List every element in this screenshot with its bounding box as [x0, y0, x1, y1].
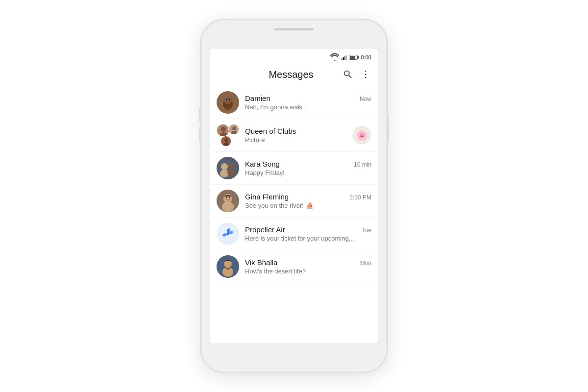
header-icons: [342, 69, 371, 80]
kara-avatar-svg: [217, 157, 239, 179]
svg-point-38: [227, 233, 229, 235]
svg-point-19: [232, 126, 236, 130]
power-button[interactable]: [387, 118, 389, 142]
name-row: Damien Now: [245, 94, 371, 102]
svg-text:🌸: 🌸: [356, 129, 368, 141]
name-row: Vik Bhalla Mon: [245, 258, 371, 267]
status-time: 8:00: [361, 54, 371, 60]
svg-point-31: [227, 169, 235, 176]
svg-point-22: [224, 138, 228, 142]
contact-name: Damien: [245, 94, 270, 102]
avatar: [217, 91, 239, 114]
contact-name: Gina Fleming: [245, 193, 289, 201]
vik-avatar-svg: [217, 255, 239, 278]
message-time: 3:30 PM: [349, 194, 371, 201]
svg-point-28: [221, 163, 228, 170]
svg-point-4: [365, 71, 367, 72]
wifi-icon: [329, 52, 340, 63]
conversation-content: Damien Now Nah, I'm gonna walk: [245, 94, 371, 111]
svg-point-9: [224, 96, 232, 104]
sticker-thumbnail: 🌸: [352, 125, 371, 145]
message-time: 10 min: [354, 161, 371, 168]
name-row: Kara Song 10 min: [245, 160, 371, 168]
name-row: Queen of Clubs: [245, 127, 346, 135]
contact-name: Queen of Clubs: [245, 127, 296, 135]
conversation-item[interactable]: Queen of Clubs Picture 🌸: [210, 119, 378, 152]
conversation-item[interactable]: Damien Now Nah, I'm gonna walk: [210, 86, 378, 119]
conversation-content: Kara Song 10 min Happy Friday!: [245, 160, 371, 176]
svg-rect-0: [342, 58, 343, 60]
message-preview: See you on the river! ⛵: [245, 202, 371, 209]
svg-point-16: [221, 127, 226, 132]
svg-point-30: [228, 163, 234, 169]
avatar: [217, 255, 239, 278]
conversation-list: Damien Now Nah, I'm gonna walk: [210, 86, 378, 343]
contact-name: Kara Song: [245, 160, 280, 168]
message-time: Mon: [360, 260, 371, 267]
conversation-item[interactable]: Vik Bhalla Mon How's the desert life?: [210, 250, 378, 283]
propeller-air-avatar: [217, 222, 239, 245]
conversation-item[interactable]: Propeller Air Tue Here is your ticket fo…: [210, 218, 378, 250]
svg-rect-27: [217, 157, 239, 179]
svg-point-10: [226, 98, 227, 100]
svg-point-35: [226, 196, 227, 198]
svg-point-11: [229, 98, 230, 100]
avatar: [217, 157, 239, 179]
svg-point-29: [220, 170, 229, 177]
phone-notch: [274, 28, 314, 30]
conversation-content: Vik Bhalla Mon How's the desert life?: [245, 258, 371, 275]
propeller-logo-icon: [221, 227, 235, 241]
contact-name: Propeller Air: [245, 225, 285, 234]
app-title: Messages: [240, 69, 342, 80]
avatar: [217, 190, 239, 212]
conversation-item[interactable]: Kara Song 10 min Happy Friday!: [210, 152, 378, 185]
message-time: Tue: [362, 227, 371, 234]
message-preview: Happy Friday!: [245, 169, 371, 176]
conversation-content: Propeller Air Tue Here is your ticket fo…: [245, 225, 371, 242]
search-button[interactable]: [342, 69, 354, 80]
status-icons: [329, 52, 358, 63]
svg-point-34: [222, 201, 234, 212]
volume-button[interactable]: [199, 108, 201, 122]
message-preview: Here is your ticket for your upcoming...: [245, 235, 371, 242]
damien-avatar-svg: [217, 91, 239, 114]
svg-point-5: [365, 74, 367, 75]
name-row: Propeller Air Tue: [245, 225, 371, 234]
message-preview: Nah, I'm gonna walk: [245, 103, 371, 111]
contact-name: Vik Bhalla: [245, 258, 277, 267]
group-avatar: [217, 124, 239, 147]
svg-point-6: [365, 77, 367, 78]
name-row: Gina Fleming 3:30 PM: [245, 193, 371, 201]
battery-icon: [349, 55, 358, 60]
app-header: Messages: [210, 64, 378, 86]
svg-rect-1: [343, 57, 344, 60]
more-icon: [360, 69, 371, 80]
svg-rect-3: [346, 55, 347, 60]
message-preview: How's the desert life?: [245, 268, 371, 275]
conversation-item[interactable]: Gina Fleming 3:30 PM See you on the rive…: [210, 185, 378, 218]
svg-rect-2: [344, 56, 345, 60]
phone-device: 8:00 Messages: [201, 20, 387, 372]
status-bar: 8:00: [210, 49, 378, 64]
volume-button-2[interactable]: [199, 127, 201, 142]
conversation-content: Gina Fleming 3:30 PM See you on the rive…: [245, 193, 371, 209]
search-icon: [343, 69, 353, 80]
conversation-content: Queen of Clubs Picture: [245, 127, 346, 144]
svg-point-36: [229, 196, 230, 198]
signal-icon: [342, 55, 347, 60]
message-time: Now: [360, 96, 371, 102]
message-preview: Picture: [245, 136, 346, 144]
more-options-button[interactable]: [360, 69, 371, 80]
gina-avatar-svg: [217, 190, 239, 212]
sticker-icon: 🌸: [352, 125, 371, 145]
phone-screen: 8:00 Messages: [210, 49, 378, 343]
